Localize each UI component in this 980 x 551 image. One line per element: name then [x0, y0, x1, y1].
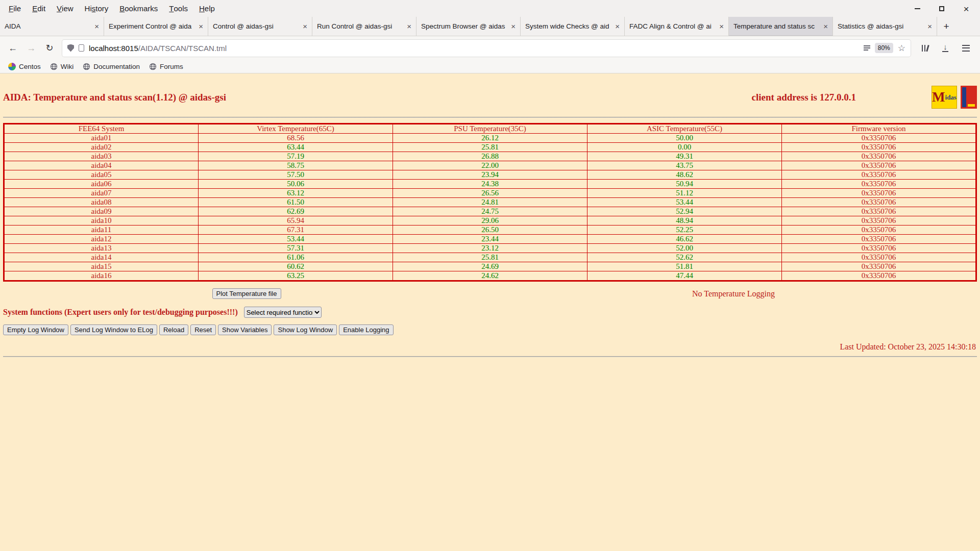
fee64-name: aida04: [4, 161, 199, 170]
virtex-temperature: 58.75: [199, 161, 393, 170]
show-log-window-button[interactable]: Show Log Window: [274, 324, 337, 335]
enable-logging-button[interactable]: Enable Logging: [339, 324, 393, 335]
tab-close-icon[interactable]: ×: [407, 22, 411, 31]
url-text[interactable]: localhost:8015/AIDA/TSCAN/TSCAN.tml: [89, 44, 859, 53]
asic-temperature: 47.44: [587, 271, 782, 281]
zoom-indicator[interactable]: 80%: [875, 43, 893, 53]
psu-temperature: 25.81: [393, 143, 587, 152]
menu-view[interactable]: View: [51, 0, 79, 17]
new-tab-button[interactable]: +: [937, 17, 955, 36]
menu-edit[interactable]: Edit: [27, 0, 51, 17]
virtex-temperature: 57.50: [199, 170, 393, 180]
tab-run-control-aidas-gsi[interactable]: Run Control @ aidas-gsi×: [312, 17, 416, 36]
firmware-version: 0x3350706: [782, 253, 976, 262]
downloads-icon[interactable]: ↓: [937, 40, 953, 56]
virtex-temperature: 63.12: [199, 189, 393, 198]
tab-aida[interactable]: AIDA×: [0, 17, 104, 36]
menu-history[interactable]: History: [79, 0, 114, 17]
forward-button[interactable]: →: [22, 40, 40, 56]
menu-hamburger-icon[interactable]: [958, 40, 974, 56]
page-content: AIDA: Temperature and status scan(1.12) …: [0, 86, 980, 357]
tab-label: Run Control @ aidas-gsi: [317, 22, 404, 30]
show-variables-button[interactable]: Show Variables: [218, 324, 272, 335]
psu-temperature: 24.81: [393, 198, 587, 207]
send-log-window-to-elog-button[interactable]: Send Log Window to ELog: [70, 324, 157, 335]
menu-file[interactable]: File: [3, 0, 27, 17]
client-address: client address is 127.0.0.1: [752, 92, 856, 103]
site-info-icon[interactable]: [79, 44, 84, 52]
asic-temperature: 48.94: [587, 216, 782, 226]
table-row: aida1461.0625.8152.620x3350706: [4, 253, 976, 262]
system-function-select[interactable]: Select required function: [244, 307, 322, 318]
tab-close-icon[interactable]: ×: [927, 22, 932, 31]
firmware-version: 0x3350706: [782, 262, 976, 271]
bookmark-centos[interactable]: Centos: [4, 60, 45, 73]
bookmark-wiki[interactable]: Wiki: [46, 60, 78, 73]
tab-close-icon[interactable]: ×: [511, 22, 516, 31]
tab-statistics-aidas-gsi[interactable]: Statistics @ aidas-gsi×: [833, 17, 937, 36]
psu-temperature: 23.94: [393, 170, 587, 180]
tab-fadc-align-control-ai[interactable]: FADC Align & Control @ ai×: [625, 17, 729, 36]
tab-spectrum-browser-aidas[interactable]: Spectrum Browser @ aidas×: [416, 17, 521, 36]
psu-temperature: 24.38: [393, 180, 587, 189]
tab-control-aidas-gsi[interactable]: Control @ aidas-gsi×: [208, 17, 312, 36]
psu-temperature: 25.81: [393, 253, 587, 262]
asic-temperature: 51.81: [587, 262, 782, 271]
firmware-version: 0x3350706: [782, 244, 976, 253]
maximize-icon: [939, 6, 944, 11]
library-icon[interactable]: [917, 40, 933, 56]
back-button[interactable]: ←: [4, 40, 21, 56]
maximize-button[interactable]: [937, 4, 946, 13]
firmware-version: 0x3350706: [782, 189, 976, 198]
reader-view-icon[interactable]: [864, 45, 870, 51]
tab-close-icon[interactable]: ×: [94, 22, 99, 31]
window-controls: ×: [903, 0, 980, 17]
bookmark-documentation[interactable]: Documentation: [79, 60, 144, 73]
menu-bookmarks[interactable]: Bookmarks: [114, 0, 163, 17]
minimize-button[interactable]: [913, 4, 922, 13]
tab-close-icon[interactable]: ×: [719, 22, 724, 31]
menu-help[interactable]: Help: [193, 0, 220, 17]
psu-temperature: 24.75: [393, 207, 587, 216]
tab-close-icon[interactable]: ×: [823, 22, 828, 31]
close-button[interactable]: ×: [962, 4, 971, 13]
globe-icon: [50, 63, 58, 70]
temperature-table-body: aida0168.5626.1250.000x3350706aida0263.4…: [4, 134, 976, 281]
tab-label: System wide Checks @ aid: [525, 22, 612, 30]
tab-system-wide-checks-aid[interactable]: System wide Checks @ aid×: [521, 17, 625, 36]
table-row: aida0458.7522.0043.750x3350706: [4, 161, 976, 170]
asic-temperature: 52.94: [587, 207, 782, 216]
tab-experiment-control-aida[interactable]: Experiment Control @ aida×: [104, 17, 208, 36]
psu-temperature: 26.12: [393, 134, 587, 143]
empty-log-window-button[interactable]: Empty Log Window: [3, 324, 68, 335]
tab-close-icon[interactable]: ×: [199, 22, 203, 31]
tab-temperature-and-status-sc[interactable]: Temperature and status sc×: [729, 17, 833, 36]
fee64-name: aida11: [4, 226, 199, 235]
reload-button[interactable]: Reload: [159, 324, 188, 335]
fee64-name: aida12: [4, 235, 199, 244]
asic-temperature: 52.62: [587, 253, 782, 262]
top-divider: [3, 117, 977, 118]
firmware-version: 0x3350706: [782, 198, 976, 207]
firmware-version: 0x3350706: [782, 161, 976, 170]
bookmark-star-icon[interactable]: ☆: [898, 43, 905, 54]
midas-logo-initial: M: [932, 90, 945, 104]
tab-close-icon[interactable]: ×: [303, 22, 307, 31]
url-bar[interactable]: localhost:8015/AIDA/TSCAN/TSCAN.tml 80% …: [62, 40, 911, 57]
virtex-temperature: 57.19: [199, 152, 393, 161]
bookmarks-bar: CentosWikiDocumentationForums: [0, 60, 980, 73]
bookmark-forums[interactable]: Forums: [145, 60, 187, 73]
reset-button[interactable]: Reset: [190, 324, 216, 335]
menu-tools[interactable]: Tools: [163, 0, 193, 17]
firmware-version: 0x3350706: [782, 271, 976, 281]
navigation-toolbar: ← → ↻ localhost:8015/AIDA/TSCAN/TSCAN.tm…: [0, 36, 980, 60]
fee64-name: aida08: [4, 198, 199, 207]
table-row: aida1167.3126.5052.250x3350706: [4, 226, 976, 235]
plot-temperature-file-button[interactable]: Plot Temperature file: [212, 288, 281, 299]
tab-close-icon[interactable]: ×: [615, 22, 620, 31]
tab-label: FADC Align & Control @ ai: [629, 22, 717, 30]
menu-bar: FileEditViewHistoryBookmarksToolsHelp: [0, 0, 220, 17]
tracking-protection-shield-icon[interactable]: [67, 44, 74, 52]
fee64-name: aida15: [4, 262, 199, 271]
reload-button[interactable]: ↻: [41, 40, 58, 56]
